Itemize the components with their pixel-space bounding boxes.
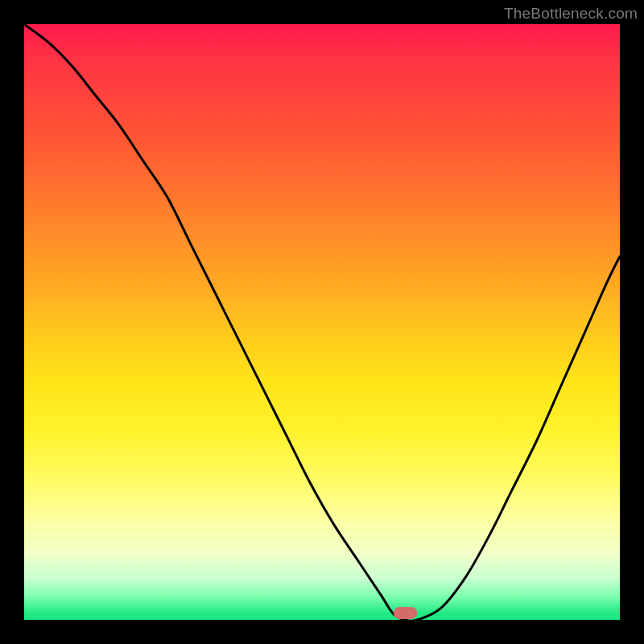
chart-frame: TheBottleneck.com bbox=[0, 0, 644, 644]
optimal-marker bbox=[394, 607, 418, 619]
plot-area bbox=[24, 24, 620, 620]
bottleneck-curve bbox=[24, 24, 620, 620]
watermark-text: TheBottleneck.com bbox=[504, 5, 638, 23]
